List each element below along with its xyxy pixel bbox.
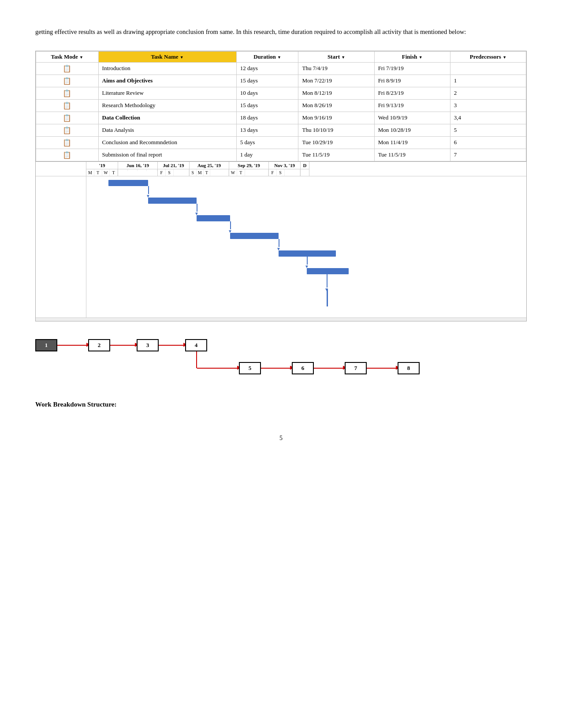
- arrow-6-down: [327, 274, 328, 287]
- nd-arrow-1-2: ▶: [57, 345, 88, 346]
- arrow-3-down: [230, 221, 231, 229]
- table-row: 📋 Literature Review 10 days Mon 8/12/19 …: [36, 87, 526, 99]
- arrow-4-down: [279, 239, 279, 247]
- finish-cell: Tue 11/5/19: [374, 149, 450, 161]
- gantt-bar-1: [108, 180, 148, 186]
- task-name-cell: Introduction: [98, 62, 236, 75]
- timeline-header: '19 M T W T Jun 16, '19 Jul 21, '19: [36, 161, 526, 176]
- duration-cell: 5 days: [236, 136, 298, 149]
- nd-arrow-4-down: [196, 351, 197, 368]
- nd-box-4: 4: [185, 339, 207, 351]
- gantt-bar-3: [197, 215, 230, 221]
- gantt-bar-5: [279, 250, 336, 257]
- gantt-bar-6: [307, 268, 349, 274]
- nd-box-1: 1: [35, 339, 57, 351]
- task-icon: 📋: [63, 114, 71, 122]
- start-cell: Tue 11/5/19: [298, 149, 374, 161]
- timeline-spacer: [36, 162, 86, 176]
- nd-box-2: 2: [88, 339, 110, 351]
- task-icon: 📋: [63, 139, 71, 146]
- nd-arrow-6-7: ▶: [314, 368, 345, 369]
- gantt-bar-7-milestone: [327, 289, 328, 306]
- task-mode-cell: 📋: [36, 87, 99, 99]
- pred-cell: 2: [450, 87, 526, 99]
- nd-box-8: 8: [398, 362, 420, 374]
- th-finish[interactable]: Finish: [374, 51, 450, 62]
- gantt-bar-2: [148, 198, 197, 204]
- tl-group-3: Jul 21, '19 F S: [158, 162, 190, 176]
- pred-cell: 5: [450, 124, 526, 136]
- start-cell: Thu 10/10/19: [298, 124, 374, 136]
- nd-arrow-2-3: ▶: [110, 345, 137, 346]
- tl-group-4: Aug 25, '19 S M T: [190, 162, 229, 176]
- pred-cell: 1: [450, 75, 526, 87]
- page-number: 5: [35, 435, 527, 442]
- arrow-2-down: [197, 204, 197, 212]
- finish-cell: Fri 8/23/19: [374, 87, 450, 99]
- task-icon: 📋: [63, 151, 71, 159]
- nd-box-6: 6: [292, 362, 314, 374]
- duration-cell: 12 days: [236, 62, 298, 75]
- table-row: 📋 Data Analysis 13 days Thu 10/10/19 Mon…: [36, 124, 526, 136]
- arrow-1-down: [148, 186, 149, 194]
- task-name-cell: Research Methodology: [98, 99, 236, 112]
- th-task-mode[interactable]: Task Mode: [36, 51, 99, 62]
- task-name-cell: Submission of final report: [98, 149, 236, 161]
- nd-box-3: 3: [137, 339, 159, 351]
- start-cell: Tue 10/29/19: [298, 136, 374, 149]
- task-name-cell: Literature Review: [98, 87, 236, 99]
- intro-paragraph: getting effective results as well as dra…: [35, 26, 527, 37]
- finish-cell: Fri 8/9/19: [374, 75, 450, 87]
- finish-cell: Fri 7/19/19: [374, 62, 450, 75]
- th-start[interactable]: Start: [298, 51, 374, 62]
- tl-group-1: '19 M T W T: [86, 162, 118, 176]
- nd-arrow-3-4: ▶: [159, 345, 185, 346]
- pred-cell: 3,4: [450, 112, 526, 124]
- task-mode-cell: 📋: [36, 136, 99, 149]
- table-row: 📋 Submission of final report 1 day Tue 1…: [36, 149, 526, 161]
- th-predecessors[interactable]: Predecessors: [450, 51, 526, 62]
- tl-group-6: Nov 3, '19 F S: [269, 162, 301, 176]
- wbs-title: Work Breakdown Structure:: [35, 401, 527, 408]
- finish-cell: Mon 11/4/19: [374, 136, 450, 149]
- start-cell: Mon 7/22/19: [298, 75, 374, 87]
- pred-cell: [450, 62, 526, 75]
- gantt-chart-area: ▼ ▼ ▼ ▼ ▼ ▼: [36, 176, 526, 317]
- task-mode-cell: 📋: [36, 99, 99, 112]
- task-icon: 📋: [63, 90, 71, 97]
- nd-arrow-5-6: ▶: [261, 368, 292, 369]
- tl-group-7: D: [301, 162, 309, 176]
- task-mode-cell: 📋: [36, 149, 99, 161]
- th-task-name[interactable]: Task Name: [98, 51, 236, 62]
- task-icon: 📋: [63, 127, 71, 134]
- finish-cell: Mon 10/28/19: [374, 124, 450, 136]
- chart-scrollbar[interactable]: [36, 317, 526, 321]
- duration-cell: 1 day: [236, 149, 298, 161]
- network-diagram: 1 ▶ 2 ▶ 3 ▶ 4 ▶ 5 ▶ 6 ▶ 7 ▶ 8: [35, 330, 527, 383]
- gantt-bar-4: [230, 233, 279, 239]
- gantt-container: Task Mode Task Name Duration Start Finis…: [35, 51, 527, 321]
- duration-cell: 10 days: [236, 87, 298, 99]
- task-name-cell: Data Analysis: [98, 124, 236, 136]
- tl-group-5: Sep 29, '19 W T: [229, 162, 269, 176]
- duration-cell: 18 days: [236, 112, 298, 124]
- timeline-dates: '19 M T W T Jun 16, '19 Jul 21, '19: [86, 162, 526, 176]
- start-cell: Thu 7/4/19: [298, 62, 374, 75]
- tl-group-2: Jun 16, '19: [118, 162, 158, 176]
- task-icon: 📋: [63, 102, 71, 109]
- task-mode-cell: 📋: [36, 62, 99, 75]
- start-cell: Mon 9/16/19: [298, 112, 374, 124]
- table-row: 📋 Research Methodology 15 days Mon 8/26/…: [36, 99, 526, 112]
- nd-arrow-4-5: ▶: [197, 368, 239, 369]
- th-duration[interactable]: Duration: [236, 51, 298, 62]
- nd-box-5: 5: [239, 362, 261, 374]
- table-row: 📋 Data Collection 18 days Mon 9/16/19 We…: [36, 112, 526, 124]
- pred-cell: 6: [450, 136, 526, 149]
- task-mode-cell: 📋: [36, 124, 99, 136]
- task-icon: 📋: [63, 77, 71, 85]
- duration-cell: 13 days: [236, 124, 298, 136]
- arrow-5-down: [307, 257, 308, 265]
- duration-cell: 15 days: [236, 99, 298, 112]
- table-row: 📋 Conclusion and Recommndetion 5 days Tu…: [36, 136, 526, 149]
- finish-cell: Wed 10/9/19: [374, 112, 450, 124]
